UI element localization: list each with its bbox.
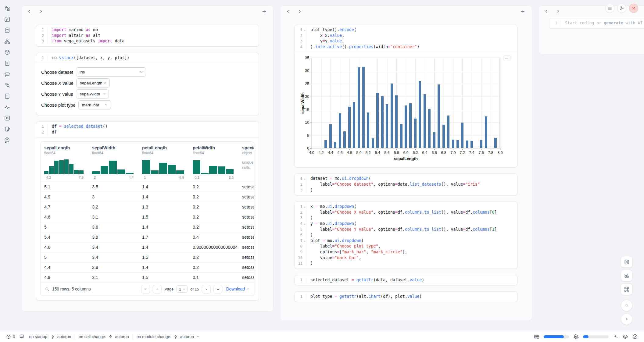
table-cell: 0.2 xyxy=(189,194,238,199)
last-page-button[interactable]: » xyxy=(213,285,222,293)
dropdown-select[interactable]: sepalLength xyxy=(76,78,110,87)
config-label: on cell change: xyxy=(79,334,106,339)
connection-status-icon[interactable] xyxy=(632,334,638,340)
table-cell: 2.9 xyxy=(88,265,138,270)
chart-options-button[interactable] xyxy=(503,55,510,61)
table-cell: setosa xyxy=(238,275,254,280)
column-move-right-button[interactable] xyxy=(297,8,304,15)
column-move-left-button[interactable] xyxy=(286,8,292,15)
table-column-header[interactable]: sepalWidthfloat6424.4 xyxy=(88,145,138,182)
errors-icon[interactable] xyxy=(6,334,11,339)
sidebar-scroll-button[interactable] xyxy=(4,60,10,66)
shutdown-button[interactable] xyxy=(629,4,638,13)
x-tick-label: 5.8 xyxy=(391,151,402,155)
code-editor[interactable]: 1∨plot_type().encode(2 x=x.value,3 y=y.v… xyxy=(295,25,517,52)
x-tick-label: 5.0 xyxy=(354,151,364,155)
sidebar-snippets-button[interactable] xyxy=(4,115,10,121)
layout-button[interactable] xyxy=(621,270,632,281)
ai-sparkles-icon[interactable] xyxy=(613,334,618,340)
next-page-button[interactable]: › xyxy=(202,285,211,293)
x-tick-label: 8.0 xyxy=(495,151,505,155)
runtime-config-item[interactable]: on cell change:autorun xyxy=(79,334,129,339)
column-range: 16.9 xyxy=(142,174,189,182)
first-page-button[interactable]: « xyxy=(141,285,150,293)
code-editor[interactable]: 1selected_dataset = getattr(data, datase… xyxy=(295,275,517,285)
sidebar-scratchpad-button[interactable] xyxy=(4,126,10,132)
stop-button[interactable] xyxy=(621,300,632,311)
column-move-left-button[interactable] xyxy=(27,8,34,15)
activity-sidebar xyxy=(0,0,14,329)
terminal-button[interactable] xyxy=(19,334,24,340)
table-row[interactable]: 5.13.51.40.2setosa xyxy=(41,182,254,192)
code-editor[interactable]: 1plot_type = getattr(alt.Chart(df), plot… xyxy=(295,292,517,302)
bolt-icon xyxy=(174,334,178,339)
sidebar-database-button[interactable] xyxy=(4,27,10,34)
table-row[interactable]: 4.73.21.30.2setosa xyxy=(41,202,254,212)
shortcuts-button[interactable] xyxy=(621,283,632,295)
page-select[interactable]: 1 xyxy=(176,285,188,293)
plus-icon xyxy=(262,9,268,14)
runtime-config-item[interactable]: on module change:autorun xyxy=(137,334,200,339)
chart-bar xyxy=(329,124,332,148)
table-row[interactable]: 4.42.91.40.2setosa xyxy=(41,262,254,272)
table-column-header[interactable]: sepalLengthfloat644.37.9 xyxy=(41,145,88,182)
code-editor-empty[interactable]: 1Start coding or generate with AI xyxy=(549,18,644,28)
code-editor[interactable]: 1import marimo as mo2import altair as al… xyxy=(36,25,259,46)
table-row[interactable]: 53.41.50.2setosa xyxy=(41,252,254,262)
column-move-left-button[interactable] xyxy=(544,8,551,15)
chart-bar xyxy=(343,131,346,148)
chart-plot-area[interactable]: 4.04.24.44.64.85.05.25.45.65.86.06.26.46… xyxy=(311,58,500,148)
add-column-button[interactable] xyxy=(262,8,268,15)
code-editor[interactable]: 1∨x = mo.ui.dropdown(2 label="Choose X v… xyxy=(295,202,517,269)
table-cell: setosa xyxy=(238,265,254,270)
code-editor[interactable]: 1∨dataset = mo.ui.dropdown(2 label="Choo… xyxy=(295,174,517,195)
dropdown-select[interactable]: mark_bar xyxy=(78,100,111,109)
code-editor[interactable]: 1mo.vstack([dataset, x, y, plot]) xyxy=(36,53,259,63)
chevron-down-icon xyxy=(196,335,200,339)
table-cell: 0.2 xyxy=(189,215,238,219)
column-name: petalWidth xyxy=(193,145,238,150)
table-column-header[interactable]: petalWidthfloat640.12.5 xyxy=(189,145,238,182)
sidebar-function-button[interactable] xyxy=(4,16,10,23)
table-column-header[interactable]: petalLengthfloat6416.9 xyxy=(138,145,189,182)
sidebar-file-tree-button[interactable] xyxy=(4,5,10,12)
chart-bar xyxy=(438,84,440,148)
sidebar-package-button[interactable] xyxy=(4,49,10,55)
save-button[interactable] xyxy=(621,256,632,268)
page-total-label: of 15 xyxy=(190,287,199,291)
table-column-header[interactable]: speciesobjectuniquenulls: xyxy=(238,145,254,182)
settings-button[interactable] xyxy=(617,4,626,13)
error-count: 0 xyxy=(13,334,15,339)
table-row[interactable]: 4.63.11.50.2setosa xyxy=(41,212,254,222)
runtime-config-item[interactable]: on startup:autorun xyxy=(29,334,71,339)
run-button[interactable] xyxy=(621,313,632,325)
column-move-right-button[interactable] xyxy=(39,8,45,15)
altair-chart-output[interactable]: 4.04.24.44.64.85.05.25.45.65.86.06.26.46… xyxy=(295,52,517,167)
notebook-menu-button[interactable] xyxy=(605,4,614,13)
prev-page-button[interactable]: ‹ xyxy=(153,285,162,293)
table-row[interactable]: 5.43.91.70.4setosa xyxy=(41,232,254,242)
table-row[interactable]: 4.93.11.50.1setosa xyxy=(41,272,254,282)
chart-bar xyxy=(405,105,407,148)
dropdown-select[interactable]: sepalWidth xyxy=(76,89,109,98)
sidebar-chat-bot-button[interactable] xyxy=(4,71,10,77)
column-header xyxy=(280,6,532,17)
sidebar-log-search-button[interactable] xyxy=(4,82,10,88)
add-column-button[interactable] xyxy=(520,8,527,15)
table-row[interactable]: 4.63.41.40.30000000000000004setosa xyxy=(41,242,254,252)
sidebar-document-button[interactable] xyxy=(4,93,10,99)
dropdown-value: iris xyxy=(80,70,85,74)
dropdown-select[interactable]: iris xyxy=(76,67,146,77)
download-button[interactable]: Download xyxy=(226,287,250,291)
column-move-right-button[interactable] xyxy=(556,8,563,15)
sidebar-dependency-graph-button[interactable] xyxy=(4,38,10,45)
table-cell: 4.4 xyxy=(41,265,88,270)
search-icon[interactable] xyxy=(45,287,49,291)
assistant-bot-icon[interactable] xyxy=(622,334,628,340)
sidebar-tracing-button[interactable] xyxy=(4,104,10,110)
table-row[interactable]: 4.931.40.2setosa xyxy=(41,192,254,202)
sidebar-help-button[interactable] xyxy=(4,137,10,143)
code-editor[interactable]: 1df = selected_dataset()2df xyxy=(36,122,259,137)
table-row[interactable]: 53.61.40.2setosa xyxy=(41,222,254,232)
chart-bar xyxy=(466,141,468,148)
